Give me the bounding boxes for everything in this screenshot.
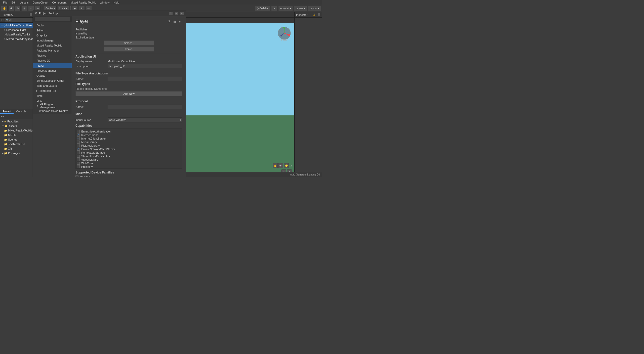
move-tool-btn[interactable]: ✚ xyxy=(9,6,14,11)
select-btn[interactable]: Select... xyxy=(104,40,154,46)
account-label: Account ▾ xyxy=(280,7,291,10)
protocol-name-input[interactable] xyxy=(108,105,182,109)
cap-shared-user-certs-checkbox[interactable] xyxy=(77,155,80,158)
layout-dropdown[interactable]: Layout ▾ xyxy=(308,6,321,11)
cap-removable-storage-checkbox[interactable] xyxy=(77,151,80,154)
menu-window[interactable]: Window xyxy=(98,0,111,5)
cap-pictures-library: PicturesLibrary xyxy=(77,144,181,147)
ps-nav-physics2d[interactable]: Physics 2D xyxy=(33,58,72,63)
tab-project[interactable]: Project xyxy=(0,109,14,114)
ps-nav-mrtk[interactable]: Mixed Reality Toolkit xyxy=(33,43,72,48)
ps-nav-preset[interactable]: Preset Manager xyxy=(33,68,72,73)
menu-help[interactable]: Help xyxy=(112,0,122,5)
ps-nav-time[interactable]: Time xyxy=(33,93,72,98)
ps-settings-icon-btn[interactable]: ⚙ xyxy=(178,19,182,24)
cloud-btn[interactable]: ☁ xyxy=(271,6,277,11)
issued-by-label: Issued by xyxy=(75,32,106,35)
inspector-lock-icon[interactable]: 🔒 xyxy=(313,14,316,16)
toolbar-right: ⬡ Collab ▾ ☁ Account ▾ Layers ▾ Layout ▾ xyxy=(255,6,321,11)
asset-mrtk-gen[interactable]: 📁 MixedRealityToolkit.Generated xyxy=(0,128,33,133)
asset-xr[interactable]: 📁 XR xyxy=(0,146,33,151)
ps-nav-textmesh[interactable]: ▶ TextMesh Pro xyxy=(33,88,72,93)
asset-favorites[interactable]: ▶ ★ Favorites xyxy=(0,119,33,124)
expand-arrow: ▼ xyxy=(1,24,3,27)
hierarchy-add-icon[interactable]: +▾ xyxy=(1,19,4,21)
rotate-tool-btn[interactable]: ↻ xyxy=(15,6,21,11)
cap-removable-storage: RemovableStorage xyxy=(77,151,181,154)
ps-nav-vfx[interactable]: VFX xyxy=(33,98,72,103)
hand-tool-btn[interactable]: ✋ xyxy=(1,6,8,11)
ps-main-header: Player ? ⊞ ⚙ xyxy=(72,16,186,26)
ps-search-input[interactable] xyxy=(34,17,70,21)
ps-nav-physics[interactable]: Physics xyxy=(33,53,72,58)
ps-close-btn[interactable]: ✕ xyxy=(180,12,184,15)
menu-component[interactable]: Component xyxy=(50,0,68,5)
cap-internet-client-server-checkbox[interactable] xyxy=(77,137,80,140)
ps-nav-graphics[interactable]: Graphics xyxy=(33,33,72,38)
ps-help-icon-btn[interactable]: ? xyxy=(167,19,171,24)
packages-icon: 📁 xyxy=(4,152,7,155)
scale-tool-btn[interactable]: ⊡ xyxy=(22,6,27,11)
tab-console[interactable]: Console xyxy=(14,109,29,114)
layers-dropdown[interactable]: Layers ▾ xyxy=(294,6,307,11)
display-name-row: Display name Multi-User Capabilities xyxy=(75,60,182,63)
viewport-hand-btn[interactable]: ✋ xyxy=(273,163,278,168)
ps-nav-xr[interactable]: ▼ XR Plug-in Management xyxy=(33,103,72,108)
cap-private-network-checkbox[interactable] xyxy=(77,148,80,151)
inspector-menu-icon[interactable]: ☰ xyxy=(318,13,320,17)
ps-nav-player[interactable]: Player xyxy=(33,63,72,68)
hierarchy-item-mrtk[interactable]: ▷ MixedRealityToolkit xyxy=(0,32,34,37)
ps-nav-editor[interactable]: Editor xyxy=(33,28,72,33)
hierarchy-item-dirlight[interactable]: ▷ Directional Light xyxy=(0,28,34,32)
ps-preset-icon-btn[interactable]: ⊞ xyxy=(172,19,177,24)
create-btn[interactable]: Create... xyxy=(104,47,154,52)
menu-mixed-reality[interactable]: Mixed Reality Toolkit xyxy=(68,0,98,5)
hierarchy-menu-icon[interactable]: ☰ xyxy=(29,13,32,17)
device-families-header: Supported Device Families xyxy=(75,171,182,174)
inspector-title: Inspector xyxy=(296,13,307,16)
cap-internet-client-checkbox[interactable] xyxy=(77,134,80,137)
ps-nav-script-exec[interactable]: Script Execution Order xyxy=(33,78,72,83)
description-input[interactable] xyxy=(108,64,182,68)
divider-2 xyxy=(75,70,182,70)
ps-minimize-btn[interactable]: ─ xyxy=(174,12,178,15)
file-type-name-input[interactable] xyxy=(108,77,182,81)
cap-proximity-checkbox[interactable] xyxy=(77,165,80,168)
add-new-btn[interactable]: Add New xyxy=(75,91,182,96)
asset-textmesh[interactable]: 📁 TextMesh Pro xyxy=(0,142,33,146)
ps-nav-input[interactable]: Input Manager xyxy=(33,38,72,43)
hierarchy-item-mrplayspace[interactable]: ▷ MixedRealityPlayspace xyxy=(0,37,34,41)
expiration-label: Expiration date xyxy=(75,36,106,39)
asset-mrtk[interactable]: 📁 MRTK xyxy=(0,133,33,137)
ps-nav-quality[interactable]: Quality xyxy=(33,73,72,78)
asset-scenes[interactable]: 📁 Scenes xyxy=(0,137,33,142)
ps-nav-package[interactable]: Package Manager xyxy=(33,48,72,53)
cap-videos-library-checkbox[interactable] xyxy=(77,158,80,161)
cap-music-library: MusicLibrary xyxy=(77,140,181,144)
asset-assets[interactable]: ▼ 📁 Assets xyxy=(0,124,33,128)
ps-nav-audio[interactable]: Audio xyxy=(33,23,72,28)
hierarchy-title: Hierarchy xyxy=(2,13,13,16)
gizmo-widget[interactable]: Persp xyxy=(277,26,292,41)
dev-desktop-checkbox[interactable] xyxy=(75,175,78,177)
ps-nav-windows-mr[interactable]: Windows Mixed Reality xyxy=(33,108,72,113)
folder-icon: 📁 xyxy=(4,143,7,146)
menu-assets[interactable]: Assets xyxy=(18,0,31,5)
cap-pictures-library-checkbox[interactable] xyxy=(77,144,80,147)
collab-dropdown[interactable]: ⬡ Collab ▾ xyxy=(255,6,270,11)
menu-file[interactable]: File xyxy=(1,0,10,5)
asset-packages[interactable]: ▶ 📁 Packages xyxy=(0,151,33,155)
viewport-eye-btn[interactable]: 👁 xyxy=(278,163,283,168)
input-source-dropdown[interactable]: Core Window ▾ xyxy=(108,117,182,122)
cap-enterprise-auth-checkbox[interactable] xyxy=(77,130,80,133)
menu-gameobject[interactable]: GameObject xyxy=(31,0,50,5)
project-add-icon[interactable]: +▾ xyxy=(1,115,4,118)
cap-webcam-checkbox[interactable] xyxy=(77,162,80,165)
viewport-star-btn[interactable]: ⭐ xyxy=(284,163,289,168)
menu-edit[interactable]: Edit xyxy=(10,0,18,5)
hierarchy-item-multiuser[interactable]: ▼ ⬡ MultiUserCapabilities xyxy=(0,23,34,28)
ps-nav-tags[interactable]: Tags and Layers xyxy=(33,83,72,88)
ps-help-btn[interactable]: ? xyxy=(169,12,173,15)
account-dropdown[interactable]: Account ▾ xyxy=(278,6,293,11)
cap-music-library-checkbox[interactable] xyxy=(77,141,80,144)
